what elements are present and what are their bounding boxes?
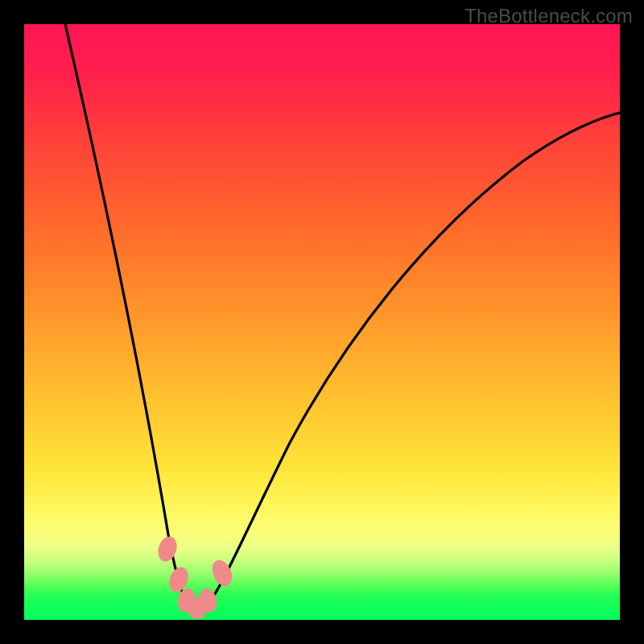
plot-area [24,24,620,620]
chart-frame: TheBottleneck.com [0,0,644,644]
curve-layer [24,24,620,620]
svg-point-0 [155,534,180,564]
highlight-markers [155,534,236,619]
bottleneck-curve [65,24,620,612]
watermark-text: TheBottleneck.com [464,5,633,27]
